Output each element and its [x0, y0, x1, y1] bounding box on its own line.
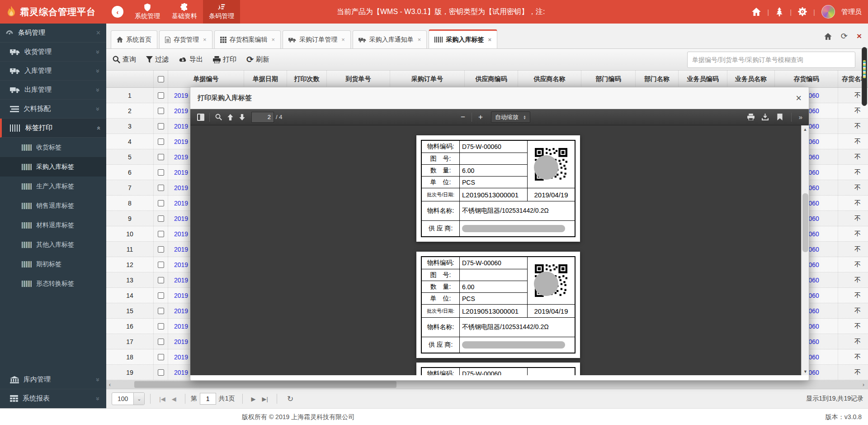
- refresh-icon[interactable]: ⟳: [841, 31, 848, 41]
- row-checkbox[interactable]: [158, 169, 164, 176]
- more-tools-icon[interactable]: »: [797, 113, 804, 121]
- home-icon[interactable]: [824, 33, 832, 40]
- sidebar-sub-item[interactable]: 收货标签: [0, 138, 106, 157]
- header-dept-code[interactable]: 部门编码: [581, 71, 636, 87]
- row-checkbox[interactable]: [158, 323, 164, 329]
- page-down-icon[interactable]: [236, 111, 248, 123]
- scrollbar-thumb[interactable]: [863, 60, 866, 78]
- row-checkbox[interactable]: [158, 262, 164, 268]
- tab-home[interactable]: 系统首页: [111, 30, 157, 48]
- header-print-count[interactable]: 打印次数: [287, 71, 327, 87]
- print-icon[interactable]: [745, 111, 757, 123]
- header-supplier-name[interactable]: 供应商名称: [518, 71, 581, 87]
- row-checkbox[interactable]: [158, 154, 164, 160]
- export-button[interactable]: 导出: [179, 55, 203, 64]
- sidebar-sub-item[interactable]: 材料退库标签: [0, 215, 106, 235]
- row-checkbox[interactable]: [158, 339, 164, 345]
- chevron-down-icon[interactable]: ⌄: [133, 392, 144, 405]
- header-po-no[interactable]: 采购订单号: [390, 71, 465, 87]
- row-checkbox[interactable]: [158, 246, 164, 253]
- table-vertical-scrollbar[interactable]: [862, 47, 867, 106]
- header-item-code[interactable]: 存货编码: [775, 71, 838, 87]
- nav-item-barcode[interactable]: 条码管理: [203, 0, 240, 24]
- collapse-menu-button[interactable]: ‹: [112, 6, 123, 18]
- last-page-button[interactable]: ▶|: [262, 396, 268, 402]
- download-icon[interactable]: [760, 111, 771, 123]
- prev-page-button[interactable]: ◀: [172, 396, 176, 402]
- row-checkbox[interactable]: [158, 185, 164, 191]
- sidebar-pin-icon[interactable]: ✕: [96, 29, 101, 36]
- sidebar-item-picking[interactable]: 欠料拣配»: [0, 100, 106, 119]
- row-checkbox[interactable]: [158, 123, 164, 129]
- row-checkbox[interactable]: [158, 354, 164, 360]
- header-doc-no[interactable]: 单据编号: [168, 71, 244, 87]
- print-button[interactable]: 打印: [213, 55, 236, 64]
- pdf-scrollbar[interactable]: ▲ ▼: [801, 125, 809, 375]
- page-up-icon[interactable]: [224, 111, 236, 123]
- scroll-up-icon[interactable]: ▲: [802, 125, 809, 133]
- row-checkbox[interactable]: [158, 92, 164, 99]
- header-doc-date[interactable]: 单据日期: [244, 71, 287, 87]
- row-checkbox[interactable]: [158, 369, 164, 376]
- header-clerk-code[interactable]: 业务员编码: [679, 71, 727, 87]
- scroll-left-icon[interactable]: ‹: [106, 381, 113, 388]
- close-all-icon[interactable]: ×: [857, 31, 862, 41]
- fuzzy-search-input[interactable]: [687, 52, 855, 68]
- sidebar-sub-item[interactable]: 销售退库标签: [0, 196, 106, 215]
- sidebar-sub-item[interactable]: 生产入库标签: [0, 177, 106, 196]
- zoom-out-button[interactable]: −: [457, 113, 469, 122]
- sidebar-item-label-print[interactable]: 标签打印»: [0, 119, 106, 138]
- tab-close-icon[interactable]: ×: [272, 36, 275, 43]
- tab-close-icon[interactable]: ×: [203, 36, 207, 43]
- sidebar-sub-item[interactable]: 采购入库标签: [0, 157, 106, 177]
- sidebar-sub-item[interactable]: 其他入库标签: [0, 235, 106, 254]
- select-all-checkbox[interactable]: [158, 76, 164, 82]
- row-checkbox[interactable]: [158, 231, 164, 237]
- scroll-down-icon[interactable]: ▼: [802, 368, 809, 375]
- filter-button[interactable]: 过滤: [146, 55, 169, 64]
- nav-item-system[interactable]: 系统管理: [129, 0, 166, 24]
- sidebar-item-warehouse[interactable]: 库内管理»: [0, 370, 106, 389]
- zoom-mode-select[interactable]: 自动缩放 ▲▼: [491, 111, 530, 123]
- sidebar-sub-item[interactable]: 期初标签: [0, 254, 106, 274]
- tab-inventory[interactable]: 存货管理×: [159, 30, 212, 48]
- sidebar-item-outbound[interactable]: 出库管理»: [0, 81, 106, 100]
- tab-close-icon[interactable]: ×: [341, 36, 345, 43]
- sidebar-item-reports[interactable]: 系统报表»: [0, 389, 106, 408]
- tab-close-icon[interactable]: ×: [418, 36, 421, 43]
- first-page-button[interactable]: |◀: [159, 396, 165, 402]
- query-button[interactable]: 查询: [113, 55, 136, 64]
- tab-po-notice[interactable]: 采购入库通知单×: [353, 30, 427, 48]
- zoom-in-button[interactable]: +: [475, 113, 486, 122]
- horizontal-scrollbar[interactable]: ‹ ›: [106, 380, 868, 389]
- row-checkbox[interactable]: [158, 200, 164, 206]
- row-checkbox[interactable]: [158, 292, 164, 299]
- sidebar-item-receiving[interactable]: 收货管理»: [0, 43, 106, 62]
- home-icon[interactable]: [752, 8, 761, 16]
- refresh-button[interactable]: ⟳ 刷新: [246, 54, 269, 65]
- tab-po-label[interactable]: 采购入库标签×: [429, 29, 497, 48]
- row-checkbox[interactable]: [158, 277, 164, 283]
- scroll-right-icon[interactable]: ›: [860, 381, 867, 388]
- tab-inventory-edit[interactable]: 存货档案编辑×: [214, 30, 281, 48]
- sidebar-sub-item[interactable]: 形态转换标签: [0, 274, 106, 293]
- gear-icon[interactable]: [798, 7, 807, 16]
- tab-close-icon[interactable]: ×: [488, 36, 491, 43]
- find-icon[interactable]: [212, 111, 224, 123]
- tree-icon[interactable]: [775, 7, 783, 16]
- pdf-scrollbar-thumb[interactable]: [802, 193, 808, 252]
- user-avatar[interactable]: [821, 5, 835, 19]
- modal-close-icon[interactable]: ×: [796, 93, 802, 103]
- sidebar-toggle-icon[interactable]: [195, 111, 207, 123]
- tab-po-manage[interactable]: 采购订单管理×: [283, 30, 351, 48]
- page-number-input[interactable]: [200, 393, 216, 405]
- row-checkbox[interactable]: [158, 138, 164, 145]
- bookmark-icon[interactable]: [774, 111, 786, 123]
- header-arrival-no[interactable]: 到货单号: [327, 71, 390, 87]
- header-dept-name[interactable]: 部门名称: [636, 71, 679, 87]
- header-supplier-code[interactable]: 供应商编码: [465, 71, 518, 87]
- row-checkbox[interactable]: [158, 308, 164, 314]
- page-input[interactable]: [251, 112, 274, 123]
- row-checkbox[interactable]: [158, 108, 164, 114]
- nav-item-basedata[interactable]: 基础资料: [166, 0, 203, 24]
